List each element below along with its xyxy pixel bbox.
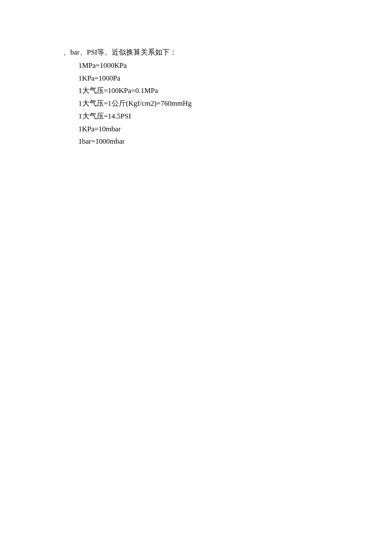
conversion-line-6: 1KPa=10mbar (63, 123, 392, 136)
conversion-line-4: 1大气压=1公斤(Kgf/cm2)=760mmHg (63, 97, 392, 110)
conversion-line-2: 1KPa=1000Pa (63, 72, 392, 85)
conversion-line-1: 1MPa=1000KPa (63, 59, 392, 72)
conversion-line-3: 1大气压=100KPa=0.1MPa (63, 84, 392, 97)
conversion-line-7: 1bar=1000mbar (63, 135, 392, 148)
conversion-line-5: 1大气压=14.5PSI (63, 110, 392, 123)
header-line: 、bar、PSI等。近似换算关系如下： (63, 46, 392, 59)
